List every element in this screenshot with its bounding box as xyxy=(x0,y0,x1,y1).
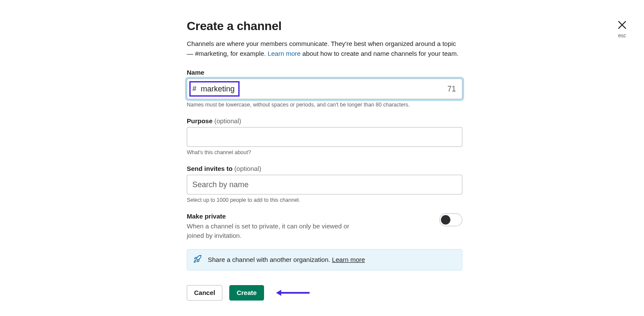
share-learn-more-link[interactable]: Learn more xyxy=(332,256,365,263)
invites-label: Send invites to (optional) xyxy=(187,165,462,172)
rocket-icon xyxy=(193,255,202,265)
create-channel-modal: Create a channel Channels are where your… xyxy=(187,19,462,301)
hash-icon: # xyxy=(192,85,196,93)
purpose-label: Purpose (optional) xyxy=(187,117,462,125)
private-desc: When a channel is set to private, it can… xyxy=(187,222,367,240)
invites-label-text: Send invites to xyxy=(187,165,234,172)
channel-name-value: marketing xyxy=(200,85,234,94)
name-highlight-box: # marketing xyxy=(189,81,240,97)
subtitle-post: about how to create and name channels fo… xyxy=(301,50,459,57)
char-count: 71 xyxy=(447,85,456,94)
private-toggle[interactable] xyxy=(439,213,462,226)
close-button[interactable]: esc xyxy=(617,20,627,39)
share-banner: Share a channel with another organizatio… xyxy=(187,249,462,270)
name-label: Name xyxy=(187,69,462,76)
close-icon xyxy=(617,20,627,32)
cancel-button[interactable]: Cancel xyxy=(187,285,222,301)
private-title: Make private xyxy=(187,213,431,220)
learn-more-link[interactable]: Learn more xyxy=(267,50,301,57)
annotation-arrow xyxy=(276,290,310,296)
invites-input[interactable] xyxy=(187,175,462,194)
purpose-optional: (optional) xyxy=(214,117,241,125)
share-text: Share a channel with another organizatio… xyxy=(208,256,365,263)
purpose-hint: What's this channel about? xyxy=(187,149,462,155)
modal-title: Create a channel xyxy=(187,19,462,33)
name-hint: Names must be lowercase, without spaces … xyxy=(187,102,462,108)
channel-name-input[interactable]: # marketing 71 xyxy=(187,79,462,99)
modal-footer: Cancel Create xyxy=(187,285,462,301)
invites-hint: Select up to 1000 people to add to this … xyxy=(187,197,462,203)
modal-subtitle: Channels are where your members communic… xyxy=(187,39,462,58)
invites-optional: (optional) xyxy=(234,165,261,172)
toggle-knob xyxy=(441,215,450,225)
close-label: esc xyxy=(617,33,627,39)
purpose-input[interactable] xyxy=(187,127,462,147)
create-button[interactable]: Create xyxy=(229,285,264,301)
share-text-pre: Share a channel with another organizatio… xyxy=(208,256,332,263)
purpose-label-text: Purpose xyxy=(187,117,214,125)
